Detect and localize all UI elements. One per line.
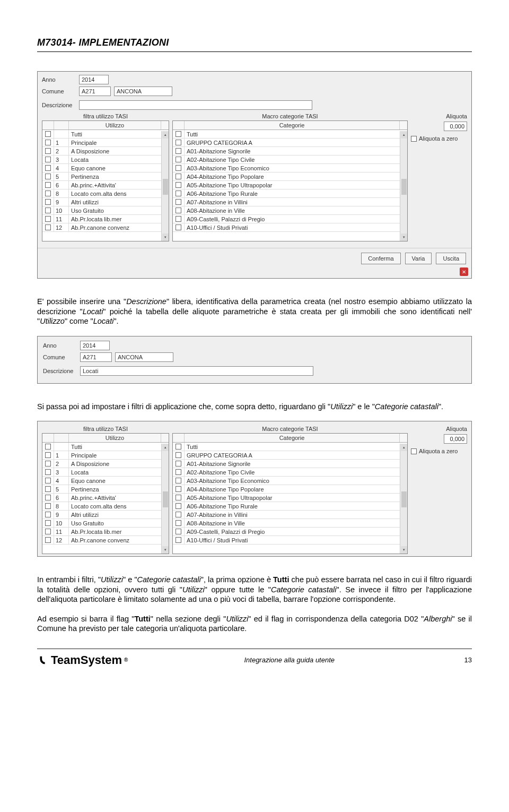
list-item[interactable]: A05-Abitazione Tipo Ultrapopolar <box>173 181 407 189</box>
list-item[interactable]: A06-Abitazione Tipo Rurale <box>173 189 407 198</box>
aliquota-zero-row[interactable]: Aliquota a zero <box>411 448 458 454</box>
list-item[interactable]: A10-Uffici / Studi Privati <box>173 536 407 545</box>
list-item[interactable]: A07-Abitazione in Villini <box>173 511 407 519</box>
list-item[interactable]: A03-Abitazione Tipo Economico <box>173 477 407 485</box>
scroll-up-icon[interactable]: ▴ <box>401 444 407 451</box>
list-item[interactable]: GRUPPO CATEGORIA A <box>173 139 407 147</box>
comune-code-field[interactable]: A271 <box>79 87 111 96</box>
checkbox-icon[interactable] <box>45 452 51 458</box>
list-item[interactable]: 9Altri utilizzi <box>42 198 169 206</box>
checkbox-icon[interactable] <box>175 216 181 222</box>
anno-field[interactable]: 2014 <box>79 75 109 84</box>
conferma-button[interactable]: Conferma <box>361 253 400 264</box>
list-item[interactable]: 8Locato com.alta dens <box>42 189 169 198</box>
util-listbox[interactable]: Utilizzo Tutti1Principale2A Disposizione… <box>42 433 169 554</box>
scroll-down-icon[interactable]: ▾ <box>162 546 169 554</box>
list-item[interactable]: A09-Castelli, Palazzi di Pregio <box>173 528 407 536</box>
list-item[interactable]: A08-Abitazione in Ville <box>173 519 407 528</box>
scrollbar-vertical[interactable]: ▴ ▾ <box>161 131 169 241</box>
list-item[interactable]: 6Ab.princ.+Attivita' <box>42 181 169 189</box>
checkbox-icon[interactable] <box>175 461 181 467</box>
list-item[interactable]: A02-Abitazione Tipo Civile <box>173 468 407 477</box>
list-item[interactable]: Tutti <box>42 130 169 139</box>
checkbox-icon[interactable] <box>45 165 51 171</box>
list-item[interactable]: 11Ab.Pr.locata lib.mer <box>42 528 169 536</box>
checkbox-icon[interactable] <box>175 478 181 483</box>
list-item[interactable]: 5Pertinenza <box>42 172 169 181</box>
varia-button[interactable]: Varia <box>405 253 432 264</box>
list-item[interactable]: 4Equo canone <box>42 477 169 485</box>
checkbox-icon[interactable] <box>175 182 181 188</box>
scroll-down-icon[interactable]: ▾ <box>162 234 169 241</box>
comune-code-field[interactable]: A271 <box>80 352 112 362</box>
list-item[interactable]: A07-Abitazione in Villini <box>173 198 407 206</box>
anno-field[interactable]: 2014 <box>80 341 110 350</box>
checkbox-icon[interactable] <box>175 495 181 500</box>
checkbox-icon[interactable] <box>175 208 181 213</box>
scroll-thumb[interactable] <box>163 491 168 507</box>
list-item[interactable]: 2A Disposizione <box>42 147 169 156</box>
list-item[interactable]: 3Locata <box>42 156 169 164</box>
checkbox-icon[interactable] <box>45 224 51 230</box>
checkbox-icon[interactable] <box>45 174 51 179</box>
scroll-thumb[interactable] <box>401 179 407 195</box>
checkbox-icon[interactable] <box>45 469 51 475</box>
aliquota-field[interactable]: 0,000 <box>444 122 467 131</box>
checkbox-icon[interactable] <box>175 224 181 230</box>
checkbox-icon[interactable] <box>175 165 181 171</box>
checkbox-icon[interactable] <box>411 448 417 454</box>
aliquota-zero-row[interactable]: Aliquota a zero <box>411 135 458 142</box>
checkbox-icon[interactable] <box>175 131 181 137</box>
descrizione-field[interactable] <box>79 100 312 110</box>
checkbox-icon[interactable] <box>45 208 51 213</box>
checkbox-icon[interactable] <box>175 469 181 475</box>
checkbox-icon[interactable] <box>175 529 181 534</box>
close-icon[interactable]: ✕ <box>460 267 468 276</box>
scrollbar-vertical[interactable]: ▴ ▾ <box>400 131 407 241</box>
list-item[interactable]: A01-Abitazione Signorile <box>173 147 407 156</box>
list-item[interactable]: A10-Uffici / Studi Privati <box>173 223 407 232</box>
scrollbar-vertical[interactable]: ▴ ▾ <box>161 444 169 554</box>
checkbox-icon[interactable] <box>175 452 181 458</box>
scroll-thumb[interactable] <box>401 491 407 507</box>
list-item[interactable]: A06-Abitazione Tipo Rurale <box>173 502 407 511</box>
list-item[interactable]: A08-Abitazione in Ville <box>173 206 407 215</box>
checkbox-icon[interactable] <box>175 512 181 517</box>
checkbox-icon[interactable] <box>45 461 51 467</box>
checkbox-icon[interactable] <box>45 157 51 162</box>
scroll-up-icon[interactable]: ▴ <box>162 444 169 451</box>
list-item[interactable]: 6Ab.princ.+Attivita' <box>42 494 169 502</box>
checkbox-icon[interactable] <box>45 520 51 526</box>
list-item[interactable]: 4Equo canone <box>42 164 169 172</box>
list-item[interactable]: A01-Abitazione Signorile <box>173 460 407 468</box>
list-item[interactable]: 12Ab.Pr.canone convenz <box>42 536 169 545</box>
list-item[interactable]: A04-Abitazione Tipo Popolare <box>173 485 407 494</box>
checkbox-icon[interactable] <box>45 512 51 517</box>
checkbox-icon[interactable] <box>45 495 51 500</box>
checkbox-icon[interactable] <box>45 182 51 188</box>
scrollbar-vertical[interactable]: ▴ ▾ <box>400 444 407 554</box>
checkbox-icon[interactable] <box>175 191 181 196</box>
checkbox-icon[interactable] <box>175 444 181 450</box>
list-item[interactable]: 5Pertinenza <box>42 485 169 494</box>
checkbox-icon[interactable] <box>175 199 181 205</box>
list-item[interactable]: 8Locato com.alta dens <box>42 502 169 511</box>
checkbox-icon[interactable] <box>175 537 181 543</box>
checkbox-icon[interactable] <box>45 486 51 492</box>
aliquota-field[interactable]: 0,000 <box>444 434 467 444</box>
checkbox-icon[interactable] <box>175 148 181 154</box>
list-item[interactable]: Tutti <box>173 443 407 451</box>
scroll-thumb[interactable] <box>163 179 168 195</box>
list-item[interactable]: GRUPPO CATEGORIA A <box>173 451 407 460</box>
checkbox-icon[interactable] <box>45 216 51 222</box>
list-item[interactable]: 11Ab.Pr.locata lib.mer <box>42 215 169 223</box>
list-item[interactable]: 2A Disposizione <box>42 460 169 468</box>
scroll-up-icon[interactable]: ▴ <box>162 131 169 139</box>
list-item[interactable]: 12Ab.Pr.canone convenz <box>42 223 169 232</box>
checkbox-icon[interactable] <box>45 537 51 543</box>
list-item[interactable]: Tutti <box>173 130 407 139</box>
cat-listbox[interactable]: Categorie TuttiGRUPPO CATEGORIA AA01-Abi… <box>172 433 408 554</box>
list-item[interactable]: A02-Abitazione Tipo Civile <box>173 156 407 164</box>
util-listbox[interactable]: Utilizzo Tutti1Principale2A Disposizione… <box>42 120 169 241</box>
checkbox-icon[interactable] <box>175 486 181 492</box>
